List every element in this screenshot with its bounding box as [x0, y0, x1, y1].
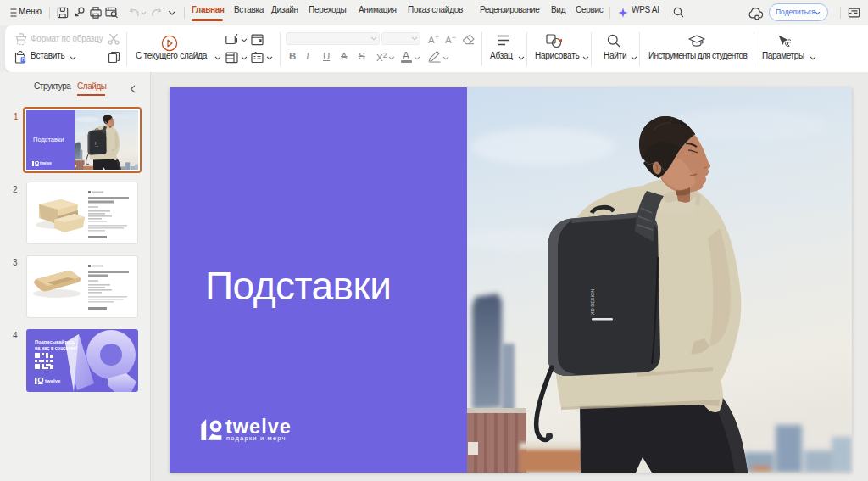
svg-text:Подписывайтесь: Подписывайтесь	[35, 339, 75, 344]
svg-text:подарки и мерч: подарки и мерч	[226, 434, 287, 442]
svg-text:на нас в соцсетях!: на нас в соцсетях!	[35, 345, 78, 350]
svg-text:П: П	[21, 57, 25, 62]
svg-text:XD DESIGN: XD DESIGN	[590, 289, 595, 315]
svg-text:twelve: twelve	[40, 161, 52, 165]
svg-text:twelve: twelve	[45, 378, 61, 383]
